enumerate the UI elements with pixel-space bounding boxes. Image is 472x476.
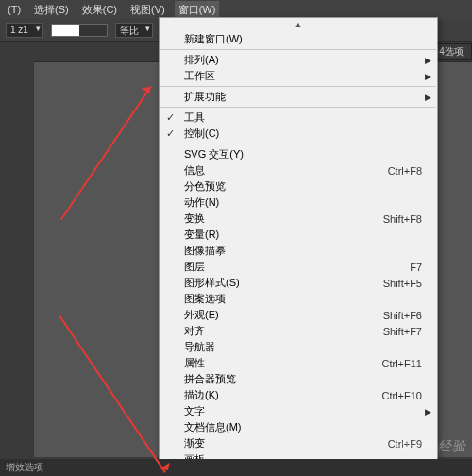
menu-effect[interactable]: 效果(C) (78, 1, 121, 19)
menu-item[interactable]: 文字▶ (160, 403, 437, 419)
menu-item[interactable]: 变换Shift+F8 (160, 211, 437, 227)
menu-item-shortcut: F7 (410, 262, 422, 273)
menu-item-shortcut: Shift+F7 (383, 326, 422, 337)
menu-item-label: 文字 (184, 404, 422, 418)
menu-item-label: 图层 (184, 260, 410, 274)
scale-dropdown[interactable]: 等比 (115, 23, 153, 38)
menu-item[interactable]: 分色预览 (160, 178, 437, 195)
menu-item-label: 工作区 (184, 69, 422, 83)
preset-dropdown[interactable]: 1 z1 (6, 23, 43, 38)
menu-item[interactable]: 信息Ctrl+F8 (160, 162, 437, 178)
menu-item[interactable]: 扩展功能▶ (160, 89, 437, 105)
menu-item-label: 新建窗口(W) (184, 32, 422, 46)
menu-item-label: 信息 (184, 163, 388, 178)
menu-item[interactable]: 外观(E)Shift+F6 (160, 307, 437, 323)
menu-item-label: 属性 (184, 356, 382, 370)
check-icon: ✓ (166, 128, 175, 140)
submenu-arrow-icon: ▶ (425, 407, 431, 416)
menu-scroll-up[interactable]: ▲ (160, 20, 437, 31)
menu-item[interactable]: 图案选项 (160, 291, 437, 307)
menu-item-label: 外观(E) (184, 308, 383, 322)
window-menu: ▲ 新建窗口(W)排列(A)▶工作区▶扩展功能▶✓工具✓控制(C)SVG 交互(… (159, 17, 438, 476)
menu-item-label: 渐变 (184, 436, 388, 450)
menu-item[interactable]: 排列(A)▶ (160, 52, 437, 68)
menu-item[interactable]: 动作(N) (160, 195, 437, 211)
status-label: 增效选项 (6, 462, 43, 472)
menu-item[interactable]: 属性Ctrl+F11 (160, 355, 437, 371)
menu-item[interactable]: 拼合器预览 (160, 371, 437, 387)
menu-t[interactable]: (T) (4, 2, 25, 17)
stroke-preview[interactable] (51, 24, 108, 37)
menu-item[interactable]: SVG 交互(Y) (160, 146, 437, 162)
menu-item-label: 工具 (184, 110, 422, 125)
left-toolbar[interactable] (0, 42, 34, 476)
check-icon: ✓ (166, 111, 175, 124)
menu-item-shortcut: Ctrl+F11 (382, 358, 423, 369)
menu-item-label: 动作(N) (184, 196, 422, 210)
menu-item[interactable]: ✓工具 (160, 110, 437, 126)
menu-item[interactable]: 文档信息(M) (160, 419, 437, 435)
menubar: (T) 选择(S) 效果(C) 视图(V) 窗口(W) (0, 0, 472, 19)
menu-select[interactable]: 选择(S) (30, 1, 73, 19)
menu-item-shortcut: Ctrl+F8 (388, 165, 422, 177)
menu-item-shortcut: Shift+F8 (383, 213, 422, 225)
menu-item[interactable]: 描边(K)Ctrl+F10 (160, 387, 437, 403)
menu-item-label: 图像描摹 (184, 244, 422, 258)
menu-window[interactable]: 窗口(W) (175, 1, 220, 19)
menu-item-shortcut: Ctrl+F10 (382, 390, 423, 401)
status-bar: 增效选项 (0, 459, 472, 476)
menu-item-label: 描边(K) (184, 388, 382, 402)
menu-item-label: 导航器 (184, 340, 422, 354)
menu-item-label: 拼合器预览 (184, 372, 422, 386)
submenu-arrow-icon: ▶ (425, 93, 431, 102)
menu-item-label: 控制(C) (184, 127, 422, 141)
menu-item[interactable]: 图像描摹 (160, 243, 437, 259)
menu-item[interactable]: ✓控制(C) (160, 126, 437, 142)
menu-item-label: 变换 (184, 212, 383, 226)
menu-item-label: 图案选项 (184, 292, 422, 306)
menu-item-label: 图形样式(S) (184, 276, 383, 290)
menu-view[interactable]: 视图(V) (126, 1, 169, 19)
menu-item-label: 分色预览 (184, 179, 422, 194)
menu-item[interactable]: 对齐Shift+F7 (160, 323, 437, 339)
submenu-arrow-icon: ▶ (425, 72, 431, 81)
menu-separator (160, 144, 436, 144)
menu-item-label: 对齐 (184, 324, 383, 338)
submenu-arrow-icon: ▶ (425, 56, 431, 65)
menu-separator (160, 86, 436, 87)
menu-item[interactable]: 图形样式(S)Shift+F5 (160, 275, 437, 291)
menu-item[interactable]: 导航器 (160, 339, 437, 355)
menu-separator (160, 49, 436, 50)
menu-item-shortcut: Shift+F6 (383, 310, 422, 321)
menu-item[interactable]: 新建窗口(W) (160, 31, 437, 47)
watermark: Baidu 经验 (395, 438, 466, 455)
menu-item-label: 文档信息(M) (184, 420, 422, 434)
menu-item-label: 变量(R) (184, 228, 422, 242)
menu-item[interactable]: 图层F7 (160, 259, 437, 275)
menu-item[interactable]: 变量(R) (160, 227, 437, 243)
menu-separator (160, 107, 436, 108)
menu-item-label: SVG 交互(Y) (184, 147, 422, 162)
menu-item[interactable]: 工作区▶ (160, 68, 437, 84)
menu-item-shortcut: Shift+F5 (383, 278, 422, 289)
menu-item-label: 排列(A) (184, 53, 422, 67)
menu-item-label: 扩展功能 (184, 90, 422, 104)
